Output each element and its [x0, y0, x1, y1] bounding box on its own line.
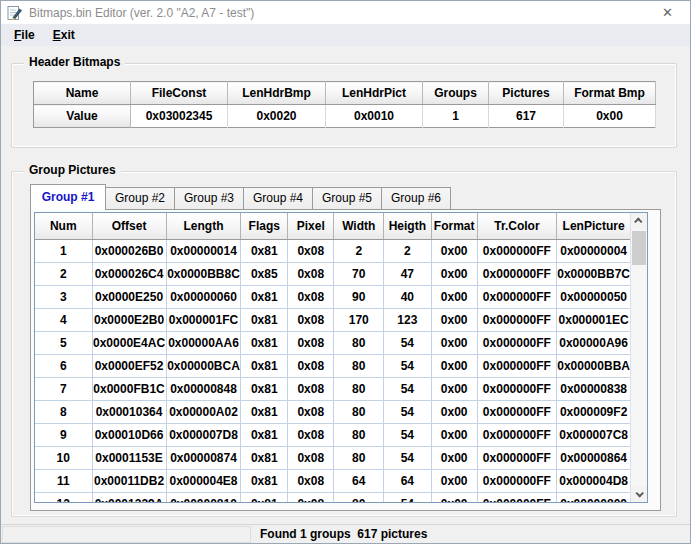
table-cell[interactable]: 0x000000FF: [477, 400, 557, 423]
table-cell[interactable]: 0x00: [431, 331, 477, 354]
table-cell[interactable]: 0x00000848: [166, 377, 241, 400]
table-cell[interactable]: 0x0000BB8C: [166, 262, 241, 285]
table-cell[interactable]: 0x08: [288, 423, 334, 446]
table-cell[interactable]: 70: [334, 262, 384, 285]
table-cell[interactable]: 0x000000FF: [477, 331, 557, 354]
table-cell[interactable]: 9: [35, 423, 92, 446]
table-cell[interactable]: 80: [334, 377, 384, 400]
table-cell[interactable]: 0x00010D66: [92, 423, 166, 446]
table-cell[interactable]: 4: [35, 308, 92, 331]
close-button[interactable]: ✕: [645, 1, 690, 24]
table-cell[interactable]: 0x000000FF: [477, 354, 557, 377]
table-cell[interactable]: 54: [384, 492, 432, 502]
table-cell[interactable]: 0x0001229A: [92, 492, 166, 502]
table-cell[interactable]: 0x00000874: [166, 446, 241, 469]
table-cell[interactable]: 12: [35, 492, 92, 502]
scrollbar-track[interactable]: [631, 229, 647, 486]
table-cell[interactable]: 0x85: [241, 262, 288, 285]
table-cell[interactable]: 0x000000FF: [477, 377, 557, 400]
table-cell[interactable]: 0x00000014: [166, 239, 241, 262]
table-cell[interactable]: 0x08: [288, 469, 334, 492]
table-cell[interactable]: 0x000000FF: [477, 423, 557, 446]
table-cell[interactable]: 0x81: [241, 469, 288, 492]
table-cell[interactable]: 0x81: [241, 239, 288, 262]
table-cell[interactable]: 90: [334, 285, 384, 308]
table-cell[interactable]: 10: [35, 446, 92, 469]
table-cell[interactable]: 0x81: [241, 446, 288, 469]
table-cell[interactable]: 0x00: [431, 400, 477, 423]
tab-group-3[interactable]: Group #3: [174, 187, 244, 209]
table-cell[interactable]: 0x00: [431, 446, 477, 469]
table-cell[interactable]: 64: [384, 469, 432, 492]
table-cell[interactable]: 0x00000A02: [166, 400, 241, 423]
table-cell[interactable]: 0x08: [288, 377, 334, 400]
table-cell[interactable]: 0x00: [431, 469, 477, 492]
table-cell[interactable]: 0x000004E8: [166, 469, 241, 492]
table-cell[interactable]: 0x00000864: [557, 446, 630, 469]
scrollbar-thumb[interactable]: [632, 231, 646, 265]
table-cell[interactable]: 54: [384, 331, 432, 354]
table-cell[interactable]: 0x00: [431, 492, 477, 502]
table-cell[interactable]: 54: [384, 354, 432, 377]
table-cell[interactable]: 80: [334, 331, 384, 354]
hb-value-cell[interactable]: 1: [423, 105, 489, 128]
table-cell[interactable]: 0x0000FB1C: [92, 377, 166, 400]
menu-item-file[interactable]: File: [5, 26, 44, 44]
table-cell[interactable]: 0x00: [431, 285, 477, 308]
table-cell[interactable]: 0x81: [241, 423, 288, 446]
table-cell[interactable]: 0x08: [288, 308, 334, 331]
table-cell[interactable]: 5: [35, 331, 92, 354]
table-cell[interactable]: 1: [35, 239, 92, 262]
table-cell[interactable]: 0x00000A96: [557, 331, 630, 354]
hb-value-cell[interactable]: 0x0020: [228, 105, 326, 128]
table-cell[interactable]: 0x08: [288, 492, 334, 502]
table-cell[interactable]: 0x00000004: [557, 239, 630, 262]
table-cell[interactable]: 0x81: [241, 400, 288, 423]
table-cell[interactable]: 54: [384, 400, 432, 423]
menu-item-exit[interactable]: Exit: [44, 26, 84, 44]
table-cell[interactable]: 54: [384, 446, 432, 469]
table-cell[interactable]: 0x00000BCA: [166, 354, 241, 377]
table-cell[interactable]: 54: [384, 377, 432, 400]
table-cell[interactable]: 0x000000FF: [477, 446, 557, 469]
table-cell[interactable]: 0x00: [431, 262, 477, 285]
table-cell[interactable]: 2: [35, 262, 92, 285]
table-cell[interactable]: 0x00: [431, 239, 477, 262]
tab-group-4[interactable]: Group #4: [243, 187, 313, 209]
table-cell[interactable]: 0x00000BBA: [557, 354, 630, 377]
table-cell[interactable]: 0x00000810: [166, 492, 241, 502]
table-cell[interactable]: 0x00: [431, 423, 477, 446]
table-cell[interactable]: 0x08: [288, 446, 334, 469]
table-cell[interactable]: 0x0000EF52: [92, 354, 166, 377]
table-cell[interactable]: 3: [35, 285, 92, 308]
table-cell[interactable]: 0x000001EC: [557, 308, 630, 331]
table-cell[interactable]: 0x00: [431, 308, 477, 331]
table-cell[interactable]: 0x00000AA6: [166, 331, 241, 354]
table-cell[interactable]: 11: [35, 469, 92, 492]
table-cell[interactable]: 80: [334, 354, 384, 377]
table-cell[interactable]: 80: [334, 492, 384, 502]
table-cell[interactable]: 64: [334, 469, 384, 492]
table-cell[interactable]: 0x08: [288, 239, 334, 262]
scroll-up-button[interactable]: [631, 213, 647, 229]
table-cell[interactable]: 0x0000E4AC: [92, 331, 166, 354]
table-cell[interactable]: 80: [334, 446, 384, 469]
table-cell[interactable]: 0x08: [288, 331, 334, 354]
table-cell[interactable]: 0x000000FF: [477, 469, 557, 492]
table-cell[interactable]: 0x00000050: [557, 285, 630, 308]
table-cell[interactable]: 0x000000FF: [477, 262, 557, 285]
table-cell[interactable]: 0x000026C4: [92, 262, 166, 285]
table-cell[interactable]: 0x00: [431, 377, 477, 400]
table-cell[interactable]: 0x0000E250: [92, 285, 166, 308]
scroll-down-button[interactable]: [631, 486, 647, 502]
table-cell[interactable]: 40: [384, 285, 432, 308]
hb-value-cell[interactable]: 0x0010: [326, 105, 423, 128]
table-cell[interactable]: 0x00000800: [557, 492, 630, 502]
table-cell[interactable]: 80: [334, 423, 384, 446]
tab-group-5[interactable]: Group #5: [312, 187, 382, 209]
table-cell[interactable]: 0x81: [241, 331, 288, 354]
table-cell[interactable]: 0x000000FF: [477, 285, 557, 308]
table-cell[interactable]: 170: [334, 308, 384, 331]
table-cell[interactable]: 6: [35, 354, 92, 377]
table-cell[interactable]: 0x000004D8: [557, 469, 630, 492]
